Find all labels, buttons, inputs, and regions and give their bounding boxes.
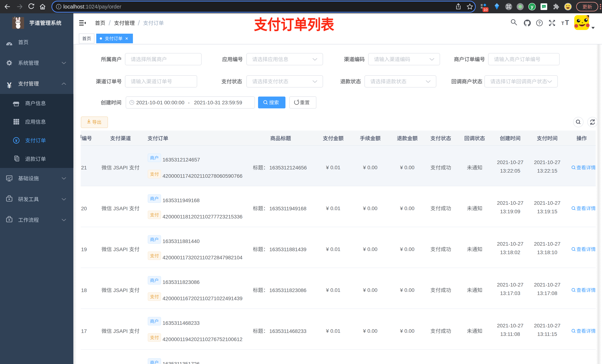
- svg-text:21: 21: [81, 165, 87, 171]
- svg-text:1635311468233: 1635311468233: [162, 320, 200, 326]
- svg-text:13:11:15: 13:11:15: [538, 331, 557, 337]
- svg-text:¥ 0.00: ¥ 0.00: [363, 328, 377, 334]
- svg-text:?: ?: [538, 21, 541, 26]
- svg-text:JSAPI: JSAPI: [113, 206, 128, 211]
- svg-text:13:11:08: 13:11:08: [500, 331, 520, 337]
- svg-text::1024/pay/order: :1024/pay/order: [84, 4, 121, 10]
- svg-text:1635311949168: 1635311949168: [162, 198, 200, 203]
- svg-text:2021-10-27: 2021-10-27: [534, 323, 560, 329]
- svg-text:¥ 0.00: ¥ 0.00: [400, 246, 414, 252]
- svg-text:2021-10-27: 2021-10-27: [497, 200, 523, 206]
- svg-text:13:18:02: 13:18:02: [500, 250, 520, 255]
- svg-text:4200001173202110272847982104: 4200001173202110272847982104: [162, 255, 243, 260]
- svg-text:JSAPI: JSAPI: [113, 287, 128, 293]
- svg-text:2021-10-31 23:59:59: 2021-10-31 23:59:59: [194, 100, 242, 105]
- svg-text:y: y: [531, 4, 534, 10]
- svg-text:13:17:03: 13:17:03: [500, 290, 520, 296]
- svg-text:1635311823086: 1635311823086: [269, 287, 306, 293]
- svg-text:¥ 0.00: ¥ 0.00: [363, 206, 377, 211]
- svg-text:2021-10-27: 2021-10-27: [534, 200, 560, 206]
- svg-text:4200001167202110271022491439: 4200001167202110271022491439: [162, 296, 243, 301]
- svg-text:13:19:09: 13:19:09: [500, 209, 520, 214]
- svg-text:13:17:08: 13:17:08: [537, 290, 557, 296]
- svg-text:13:19:15: 13:19:15: [537, 209, 557, 214]
- svg-text:¥: ¥: [15, 138, 18, 143]
- svg-text:2021-10-27: 2021-10-27: [497, 241, 523, 247]
- svg-text:4200001194202110276752100612: 4200001194202110276752100612: [162, 336, 243, 342]
- svg-text:1635311351726: 1635311351726: [162, 361, 200, 364]
- svg-text:¥ 0.00: ¥ 0.00: [400, 165, 414, 170]
- svg-text:¥ 0.00: ¥ 0.00: [363, 287, 377, 293]
- svg-text:localhost: localhost: [63, 4, 84, 10]
- svg-text:JSAPI: JSAPI: [113, 328, 128, 334]
- svg-text:¥ 0.01: ¥ 0.01: [326, 246, 340, 252]
- svg-text:¥ 0.00: ¥ 0.00: [400, 287, 414, 293]
- svg-text:¥ 0.01: ¥ 0.01: [326, 165, 340, 170]
- svg-text:T: T: [565, 19, 569, 26]
- svg-text:¥: ¥: [7, 81, 12, 90]
- svg-text:13:22:15: 13:22:15: [537, 168, 557, 174]
- svg-text:2021-10-27: 2021-10-27: [534, 159, 560, 165]
- svg-text:1635311949168: 1635311949168: [269, 206, 306, 211]
- svg-text:13:18:10: 13:18:10: [537, 250, 557, 255]
- svg-text:-: -: [188, 100, 190, 105]
- svg-text:1635312124656: 1635312124656: [269, 165, 307, 171]
- svg-text:¥ 0.00: ¥ 0.00: [400, 206, 414, 211]
- svg-text:1635311468233: 1635311468233: [269, 328, 306, 334]
- svg-text:2021-10-27: 2021-10-27: [497, 282, 523, 288]
- svg-text:17: 17: [81, 328, 87, 334]
- svg-text:¥ 0.00: ¥ 0.00: [400, 328, 414, 334]
- svg-text:1635311881440: 1635311881440: [162, 239, 200, 244]
- svg-text:¥ 0.01: ¥ 0.01: [326, 287, 340, 293]
- svg-text:2021-10-27: 2021-10-27: [534, 282, 560, 288]
- svg-text:1635311881439: 1635311881439: [269, 247, 306, 252]
- svg-text:2021-10-27: 2021-10-27: [497, 159, 523, 165]
- svg-text:4200001174202110278060590766: 4200001174202110278060590766: [162, 173, 243, 179]
- svg-text:20: 20: [81, 206, 87, 211]
- svg-text:¥ 0.00: ¥ 0.00: [363, 165, 377, 170]
- svg-text:2021-10-01 00:00:00: 2021-10-01 00:00:00: [136, 100, 184, 105]
- svg-text:10: 10: [484, 8, 487, 12]
- svg-text:18: 18: [81, 287, 87, 293]
- svg-text:19: 19: [81, 247, 87, 252]
- svg-text:13:22:05: 13:22:05: [500, 168, 520, 174]
- svg-text:¥ 0.01: ¥ 0.01: [326, 206, 340, 211]
- svg-text:1635312124657: 1635312124657: [162, 157, 200, 163]
- svg-text:¥ 0.01: ¥ 0.01: [326, 328, 340, 334]
- svg-text:¥ 0.00: ¥ 0.00: [363, 246, 377, 252]
- svg-text:2021-10-27: 2021-10-27: [497, 323, 523, 329]
- svg-text:2021-10-27: 2021-10-27: [534, 241, 560, 247]
- svg-text:JSAPI: JSAPI: [113, 165, 128, 171]
- svg-text:1635311823086: 1635311823086: [162, 279, 200, 285]
- svg-text:T: T: [561, 21, 564, 26]
- svg-text:JSAPI: JSAPI: [113, 247, 128, 252]
- svg-text:4200001181202110277723215336: 4200001181202110277723215336: [162, 214, 243, 219]
